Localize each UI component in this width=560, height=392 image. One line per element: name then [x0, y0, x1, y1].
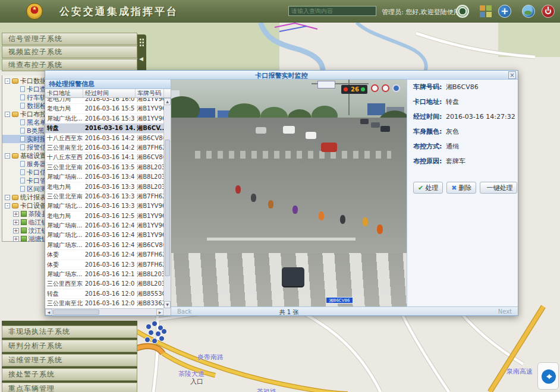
pager-next-button[interactable]: Next: [498, 308, 512, 315]
scrollbar-thumb[interactable]: [165, 140, 170, 276]
alarm-row[interactable]: 犀城广场北... 2016-03-16 12:4... 湘B1YV96: [45, 230, 163, 240]
tree-node-icon: [12, 153, 18, 159]
search-input[interactable]: [288, 6, 376, 16]
tree-node-icon: [12, 78, 18, 84]
sidebar-subsystem-item[interactable]: 研判分析子系统: [2, 340, 137, 352]
detail-value: 套牌车: [446, 157, 465, 165]
scroll-right-icon[interactable]: ▶: [156, 309, 163, 315]
alarm-row[interactable]: 老电力局 2016-03-16 16:0... 湘B1YV96: [45, 98, 163, 104]
alarm-row[interactable]: 老电力局 2016-03-16 12:5... 湘B1YV96: [45, 211, 163, 221]
alarm-action-button[interactable]: ✖ 删除: [446, 182, 476, 194]
sidebar-subsystem-item[interactable]: 重点车辆管理: [2, 382, 137, 392]
sidebar-subsystem-item[interactable]: 缉查布控子系统: [2, 59, 137, 71]
alarm-row-address: 转盘: [45, 289, 83, 298]
dark-suv: [282, 267, 304, 286]
alarm-row[interactable]: 十八丘东至西 2016-03-16 14:1... 湘B6CV86: [45, 153, 163, 162]
tree-item-label: 卡口布控: [20, 110, 46, 119]
alarm-row-address: 犀城广场北...: [45, 230, 83, 239]
add-icon[interactable]: +: [498, 5, 511, 18]
sidebar-subsystem-item[interactable]: 接处警子系统: [2, 368, 137, 381]
tree-expander-icon[interactable]: [13, 228, 19, 233]
tree-expander-icon[interactable]: [5, 203, 10, 208]
alarm-row-time: 2016-03-16 12:0...: [83, 289, 136, 298]
pending-alarm-title: 待处理报警信息: [45, 80, 171, 89]
tree-node-icon: [20, 86, 25, 92]
alarm-row-time: 2016-03-16 13:5...: [83, 163, 136, 172]
alarm-row-plate: 湘B8L203: [135, 182, 163, 191]
scroll-down-icon[interactable]: ▼: [164, 301, 171, 308]
column-header[interactable]: 卡口地址: [45, 89, 83, 97]
alarm-row[interactable]: 十八丘西至东 2016-03-16 14:2... 湘B6CV86: [45, 134, 163, 143]
scroll-left-icon[interactable]: ◀: [45, 309, 52, 315]
alarm-row[interactable]: 转盘 2016-03-16 14... 湘B6CV...: [45, 124, 163, 133]
alarm-row-time: 2016-03-16 12:0...: [83, 279, 136, 288]
alarm-row-plate: 湘B6CV86: [135, 241, 163, 249]
alarm-row[interactable]: 三公里北至南 2016-03-16 13:5... 湘B8L203: [45, 163, 163, 172]
remote-tool-icon[interactable]: [537, 362, 559, 390]
signal-countdown: 26: [351, 86, 359, 93]
dialog-titlebar[interactable]: 卡口报警实时监控 ×: [45, 71, 518, 80]
earth-icon[interactable]: [522, 5, 535, 18]
alarm-row[interactable]: 犀城广场东... 2016-03-16 12:1... 湘B8L203: [45, 270, 163, 279]
alarm-row-address: 犀城广场北...: [45, 114, 83, 123]
button-label: 处理: [425, 184, 438, 192]
alarm-row[interactable]: 老电力局 2016-03-16 15:5... 湘B1YV96: [45, 104, 163, 113]
close-icon[interactable]: ×: [508, 71, 516, 79]
alarm-row[interactable]: 犀城广场南... 2016-03-16 13:4... 湘B8L203: [45, 172, 163, 182]
alarm-row-address: 三公里北至南: [45, 163, 83, 172]
tree-expander-icon[interactable]: [13, 236, 19, 242]
alarm-row-plate: 湘B1YV96: [135, 98, 163, 103]
alarm-row[interactable]: 体委 2016-03-16 12:4... 湘B7FH62: [45, 250, 163, 260]
map-road-label: 入口: [190, 377, 203, 386]
eco-globe-icon[interactable]: [456, 5, 469, 18]
tree-expander-icon[interactable]: [5, 78, 10, 84]
sidebar-top-menu: 信号管理子系统视频监控子系统缉查布控子系统: [2, 33, 137, 72]
scroll-up-icon[interactable]: ▲: [164, 98, 171, 105]
sidebar-subsystem-item[interactable]: 视频监控子系统: [2, 46, 137, 58]
horizontal-scrollbar[interactable]: ◀ ▶: [45, 308, 163, 315]
alarm-row[interactable]: 老电力局 2016-03-16 13:3... 湘B8L203: [45, 182, 163, 192]
sidebar-subsystem-item[interactable]: 非现场执法子系统: [2, 325, 137, 338]
alarm-row[interactable]: 三公里西至东 2016-03-16 12:0... 湘B8L203: [45, 279, 163, 289]
alarm-row[interactable]: 犀城广场南... 2016-03-16 12:4... 湘B1YV96: [45, 221, 163, 230]
tree-expander-icon[interactable]: [5, 153, 10, 159]
app-window: 炎帝南路茶陵大道入口大道景乡街茶祖路泉南高速 公安交通集成指挥平台 管理员: 您…: [0, 0, 560, 392]
button-icon: ✖: [451, 185, 457, 191]
tree-expander-icon[interactable]: [13, 211, 19, 217]
alarm-row[interactable]: 三公里北至南 2016-03-16 13:3... 湘B7FH62: [45, 192, 163, 201]
alarm-row-time: 2016-03-16 15:3...: [83, 114, 136, 123]
alarm-row[interactable]: 犀城广场北... 2016-03-16 15:3... 湘B1YV96: [45, 114, 163, 124]
alarm-action-button[interactable]: 一键处理: [480, 182, 517, 194]
tree-node-icon: [20, 128, 25, 134]
alarm-action-button[interactable]: ✔ 处理: [413, 182, 443, 194]
detail-row: 卡口地址: 转盘: [407, 94, 518, 109]
alarm-row[interactable]: 三公里南至北 2016-03-16 14:2... 湘B7FH62: [45, 143, 163, 153]
tree-expander-icon[interactable]: [13, 220, 19, 225]
tree-expander-icon[interactable]: [5, 112, 10, 117]
alarm-row[interactable]: 体委 2016-03-16 12:3... 湘B7FH62: [45, 260, 163, 270]
detail-value: 灰色: [446, 128, 459, 135]
sidebar-subsystem-item[interactable]: 运维管理子系统: [2, 354, 137, 366]
alarm-row[interactable]: 犀城广场东... 2016-03-16 12:4... 湘B6CV86: [45, 241, 163, 250]
power-logout-icon[interactable]: [542, 5, 555, 18]
detail-label: 卡口地址:: [413, 98, 442, 106]
alarm-row-plate: 湘B7FH62: [135, 250, 163, 259]
alarm-row[interactable]: 转盘 2016-03-16 12:0... 湘B8553G: [45, 289, 163, 299]
detail-label: 车身颜色:: [413, 128, 442, 135]
tree-item-label: 统计报表: [20, 193, 46, 202]
sidebar-subsystem-item[interactable]: 信号管理子系统: [2, 33, 137, 45]
scrollbar-thumb[interactable]: [53, 309, 99, 315]
alarm-row[interactable]: 犀城广场北... 2016-03-16 13:3... 湘B1YV96: [45, 201, 163, 211]
column-header[interactable]: 车牌号码: [136, 89, 164, 97]
column-header[interactable]: 经过时间: [83, 89, 136, 97]
alarm-row[interactable]: 三公里南至北 2016-03-16 12:0... 湘B83362: [45, 299, 163, 308]
alarm-row-address: 犀城广场南...: [45, 172, 83, 181]
alarm-row-time: 2016-03-16 14...: [83, 124, 136, 132]
rider: [251, 194, 256, 202]
apps-grid-icon[interactable]: [479, 5, 492, 18]
vertical-scrollbar[interactable]: ▲ ▼: [163, 98, 171, 308]
tree-node-icon: [21, 211, 27, 217]
tree-node-icon: [20, 94, 25, 100]
camera-feed[interactable]: 26 湘B6CV86: [171, 80, 408, 308]
tree-expander-icon[interactable]: [5, 195, 10, 200]
